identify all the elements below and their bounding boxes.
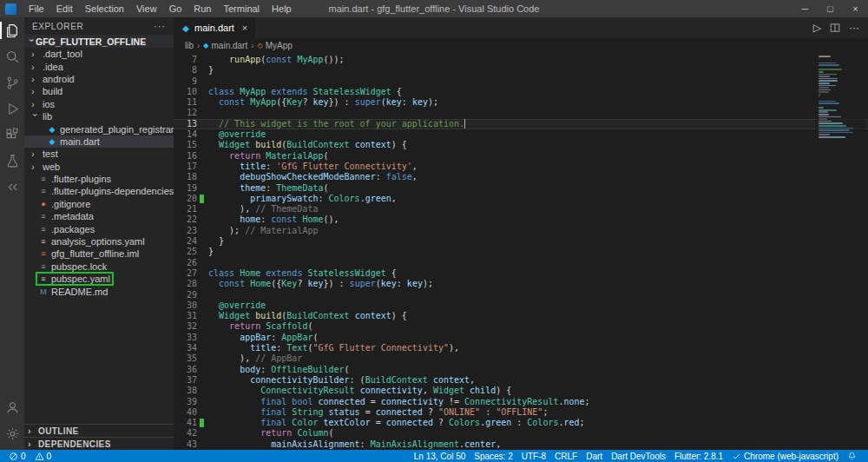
status-device[interactable]: Chrome (web-javascript): [727, 450, 843, 462]
tree-item--flutter-plugins[interactable]: ≡.flutter-plugins: [24, 173, 174, 185]
code-line-26[interactable]: 26: [174, 258, 868, 268]
code-line-23[interactable]: 23 ); // MaterialApp: [174, 226, 868, 236]
code-line-32[interactable]: 32 return Scaffold(: [174, 321, 868, 332]
code-line-33[interactable]: 33 appBar: AppBar(: [174, 333, 868, 343]
activitybar-search[interactable]: [0, 43, 24, 69]
code-line-30[interactable]: 30 @override: [174, 300, 868, 311]
code-line-39[interactable]: 39 final bool connected = connectivity !…: [174, 397, 868, 407]
code-line-25[interactable]: 25}: [174, 247, 868, 257]
activitybar-extensions[interactable]: [0, 122, 24, 148]
tree-item-lib[interactable]: ›lib: [24, 110, 174, 122]
status-warnings[interactable]: 0: [30, 450, 56, 462]
code-line-37[interactable]: 37 connectivityBuilder: (BuildContext co…: [174, 375, 868, 386]
status-cursor-position[interactable]: Ln 13, Col 50: [410, 450, 470, 462]
code-line-18[interactable]: 18 debugShowCheckedModeBanner: false,: [174, 172, 868, 182]
menu-edit[interactable]: Edit: [50, 0, 79, 17]
activitybar-manage[interactable]: [0, 420, 24, 446]
close-tab-icon[interactable]: ×: [242, 23, 247, 33]
breadcrumb-lib[interactable]: lib: [185, 41, 194, 50]
code-line-12[interactable]: 12: [174, 108, 868, 118]
split-editor-icon[interactable]: [830, 23, 840, 33]
code-line-31[interactable]: 31 Widget build(BuildContext context) {: [174, 311, 868, 321]
status-flutter-version[interactable]: Flutter: 2.8.1: [670, 450, 727, 462]
code-line-16[interactable]: 16 return MaterialApp(: [174, 151, 868, 162]
menu-help[interactable]: Help: [266, 0, 298, 17]
tree-item-pubspec-yaml[interactable]: ≡pubspec.yaml: [24, 273, 174, 285]
code-line-27[interactable]: 27class Home extends StatelessWidget {: [174, 268, 868, 279]
code-line-21[interactable]: 21 ), // ThemeData: [174, 204, 868, 214]
code-line-14[interactable]: 14 @override: [174, 129, 868, 140]
code-line-41[interactable]: 41 final Color textColor = connected ? C…: [174, 418, 868, 428]
tree-item-android[interactable]: ›android: [24, 73, 174, 85]
editor-more-actions-icon[interactable]: ···: [849, 22, 859, 34]
tree-item-ios[interactable]: ›ios: [24, 98, 174, 110]
minimize-button[interactable]: ─: [792, 0, 818, 17]
menu-selection[interactable]: Selection: [79, 0, 130, 17]
menu-run[interactable]: Run: [187, 0, 217, 17]
code-line-40[interactable]: 40 final String status = connected ? "ON…: [174, 407, 868, 418]
run-button[interactable]: ▷: [813, 22, 821, 34]
activitybar-run-and-debug[interactable]: [0, 96, 24, 122]
tree-item-test[interactable]: ›test: [24, 148, 174, 160]
code-line-42[interactable]: 42 return Column(: [174, 428, 868, 439]
status-indentation[interactable]: Spaces: 2: [470, 450, 516, 462]
breadcrumb-myapp[interactable]: ◇MyApp: [258, 41, 293, 50]
menu-go[interactable]: Go: [163, 0, 188, 17]
tree-item-analysis-options-yaml[interactable]: ≡analysis_options.yaml: [24, 235, 174, 248]
tree-item-main-dart[interactable]: ◆main.dart: [24, 135, 174, 148]
activitybar-source-control[interactable]: [0, 69, 24, 96]
tree-item-build[interactable]: ›build: [24, 85, 174, 97]
code-line-38[interactable]: 38 ConnectivityResult connectivity, Widg…: [174, 386, 868, 396]
code-line-36[interactable]: 36 body: OfflineBuilder(: [174, 365, 868, 375]
notifications-bell[interactable]: [843, 450, 861, 462]
activitybar-flutter-outline[interactable]: [0, 174, 24, 200]
code-line-8[interactable]: 8}: [174, 65, 868, 76]
code-line-17[interactable]: 17 title: 'GfG Flutter Connectivity',: [174, 162, 868, 172]
status-eol[interactable]: CRLF: [550, 450, 582, 462]
activitybar-accounts[interactable]: [0, 394, 24, 420]
code-line-22[interactable]: 22 home: const Home(),: [174, 214, 868, 225]
code-line-9[interactable]: 9: [174, 76, 868, 87]
tree-item--metadata[interactable]: ≡.metadata: [24, 210, 174, 222]
tree-item-gfg-flutter-offline-iml[interactable]: ≡gfg_flutter_offline.iml: [24, 248, 174, 260]
status-dart-devtools[interactable]: Dart DevTools: [607, 450, 670, 462]
tree-item-generated-plugin-registrant-dart[interactable]: ◆generated_plugin_registrant.dart: [24, 122, 174, 135]
minimap[interactable]: [815, 54, 865, 138]
tree-item--packages[interactable]: ≡.packages: [24, 222, 174, 234]
code-line-43[interactable]: 43 mainAxisAlignment: MainAxisAlignment.…: [174, 439, 868, 450]
code-line-10[interactable]: 10class MyApp extends StatelessWidget {: [174, 87, 868, 97]
tree-item--dart-tool[interactable]: ›.dart_tool: [24, 48, 174, 60]
status-encoding[interactable]: UTF-8: [517, 450, 550, 462]
code-line-15[interactable]: 15 Widget build(BuildContext context) {: [174, 140, 868, 150]
code-line-35[interactable]: 35 ), // AppBar: [174, 353, 868, 364]
status-errors[interactable]: 0: [4, 450, 30, 462]
outline-section[interactable]: › OUTLINE: [24, 424, 174, 437]
tree-item--idea[interactable]: ›.idea: [24, 60, 174, 72]
tree-item--gitignore[interactable]: ●.gitignore: [24, 198, 174, 210]
code-line-19[interactable]: 19 theme: ThemeData(: [174, 183, 868, 194]
menu-terminal[interactable]: Terminal: [218, 0, 266, 17]
close-button[interactable]: ×: [843, 0, 868, 17]
tab-main-dart[interactable]: ◆ main.dart ×: [174, 17, 256, 38]
menu-file[interactable]: File: [23, 0, 50, 17]
activitybar-explorer[interactable]: [0, 17, 24, 43]
tree-item-readme-md[interactable]: MREADME.md: [24, 285, 174, 297]
tree-item-pubspec-lock[interactable]: ≡pubspec.lock: [24, 261, 174, 273]
activitybar-testing[interactable]: [0, 148, 24, 174]
code-area[interactable]: 7 runApp(const MyApp());8}910class MyApp…: [174, 52, 868, 450]
project-root-header[interactable]: › GFG_FLUTTER_OFFLINE: [24, 35, 174, 48]
code-line-28[interactable]: 28 const Home({Key? key}) : super(key: k…: [174, 279, 868, 289]
tree-item-web[interactable]: ›web: [24, 161, 174, 173]
status-language-mode[interactable]: Dart: [582, 450, 607, 462]
code-line-11[interactable]: 11 const MyApp({Key? key}) : super(key: …: [174, 97, 868, 108]
code-line-20[interactable]: 20 primarySwatch: Colors.green,: [174, 194, 868, 204]
code-line-29[interactable]: 29: [174, 290, 868, 300]
menu-view[interactable]: View: [130, 0, 163, 17]
code-line-34[interactable]: 34 title: Text("GfG Flutter Connectivity…: [174, 343, 868, 353]
breadcrumb-main-dart[interactable]: ◆main.dart: [203, 41, 247, 50]
code-line-7[interactable]: 7 runApp(const MyApp());: [174, 55, 868, 65]
code-line-24[interactable]: 24 }: [174, 236, 868, 247]
tree-item--flutter-plugins-dependencies[interactable]: ≡.flutter-plugins-dependencies: [24, 185, 174, 197]
maximize-button[interactable]: □: [818, 0, 843, 17]
explorer-more-actions-icon[interactable]: ···: [154, 21, 166, 31]
